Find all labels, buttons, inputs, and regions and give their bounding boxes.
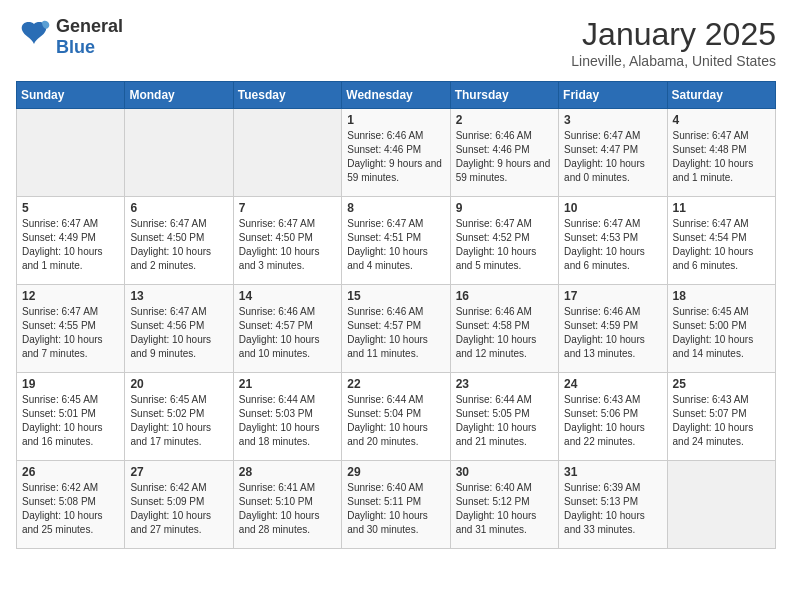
calendar-cell: 4Sunrise: 6:47 AM Sunset: 4:48 PM Daylig… (667, 109, 775, 197)
calendar-cell: 17Sunrise: 6:46 AM Sunset: 4:59 PM Dayli… (559, 285, 667, 373)
logo-text: General Blue (56, 16, 123, 58)
calendar-cell: 20Sunrise: 6:45 AM Sunset: 5:02 PM Dayli… (125, 373, 233, 461)
calendar-cell: 16Sunrise: 6:46 AM Sunset: 4:58 PM Dayli… (450, 285, 558, 373)
day-number: 1 (347, 113, 444, 127)
calendar-week-1: 1Sunrise: 6:46 AM Sunset: 4:46 PM Daylig… (17, 109, 776, 197)
title-block: January 2025 Lineville, Alabama, United … (571, 16, 776, 69)
calendar-cell (233, 109, 341, 197)
calendar-cell (17, 109, 125, 197)
day-info: Sunrise: 6:47 AM Sunset: 4:52 PM Dayligh… (456, 217, 553, 273)
day-info: Sunrise: 6:46 AM Sunset: 4:46 PM Dayligh… (347, 129, 444, 185)
day-number: 27 (130, 465, 227, 479)
logo: General Blue (16, 16, 123, 58)
day-info: Sunrise: 6:47 AM Sunset: 4:54 PM Dayligh… (673, 217, 770, 273)
day-info: Sunrise: 6:47 AM Sunset: 4:55 PM Dayligh… (22, 305, 119, 361)
day-info: Sunrise: 6:44 AM Sunset: 5:03 PM Dayligh… (239, 393, 336, 449)
day-info: Sunrise: 6:41 AM Sunset: 5:10 PM Dayligh… (239, 481, 336, 537)
day-info: Sunrise: 6:45 AM Sunset: 5:02 PM Dayligh… (130, 393, 227, 449)
logo-blue: Blue (56, 37, 95, 57)
day-info: Sunrise: 6:45 AM Sunset: 5:01 PM Dayligh… (22, 393, 119, 449)
calendar-cell: 12Sunrise: 6:47 AM Sunset: 4:55 PM Dayli… (17, 285, 125, 373)
day-number: 26 (22, 465, 119, 479)
calendar-cell: 8Sunrise: 6:47 AM Sunset: 4:51 PM Daylig… (342, 197, 450, 285)
day-number: 6 (130, 201, 227, 215)
day-info: Sunrise: 6:44 AM Sunset: 5:04 PM Dayligh… (347, 393, 444, 449)
header-cell-sunday: Sunday (17, 82, 125, 109)
day-info: Sunrise: 6:46 AM Sunset: 4:59 PM Dayligh… (564, 305, 661, 361)
day-number: 22 (347, 377, 444, 391)
header-cell-monday: Monday (125, 82, 233, 109)
day-number: 11 (673, 201, 770, 215)
day-number: 19 (22, 377, 119, 391)
calendar-cell: 31Sunrise: 6:39 AM Sunset: 5:13 PM Dayli… (559, 461, 667, 549)
day-number: 10 (564, 201, 661, 215)
calendar-cell: 5Sunrise: 6:47 AM Sunset: 4:49 PM Daylig… (17, 197, 125, 285)
calendar-cell: 11Sunrise: 6:47 AM Sunset: 4:54 PM Dayli… (667, 197, 775, 285)
day-info: Sunrise: 6:47 AM Sunset: 4:51 PM Dayligh… (347, 217, 444, 273)
day-number: 12 (22, 289, 119, 303)
calendar-cell: 22Sunrise: 6:44 AM Sunset: 5:04 PM Dayli… (342, 373, 450, 461)
header-row: SundayMondayTuesdayWednesdayThursdayFrid… (17, 82, 776, 109)
calendar-cell: 2Sunrise: 6:46 AM Sunset: 4:46 PM Daylig… (450, 109, 558, 197)
day-info: Sunrise: 6:42 AM Sunset: 5:09 PM Dayligh… (130, 481, 227, 537)
calendar-cell: 13Sunrise: 6:47 AM Sunset: 4:56 PM Dayli… (125, 285, 233, 373)
day-info: Sunrise: 6:39 AM Sunset: 5:13 PM Dayligh… (564, 481, 661, 537)
day-number: 15 (347, 289, 444, 303)
day-info: Sunrise: 6:44 AM Sunset: 5:05 PM Dayligh… (456, 393, 553, 449)
day-info: Sunrise: 6:47 AM Sunset: 4:48 PM Dayligh… (673, 129, 770, 185)
day-number: 16 (456, 289, 553, 303)
calendar-cell (125, 109, 233, 197)
calendar-cell: 26Sunrise: 6:42 AM Sunset: 5:08 PM Dayli… (17, 461, 125, 549)
calendar-cell: 14Sunrise: 6:46 AM Sunset: 4:57 PM Dayli… (233, 285, 341, 373)
day-number: 25 (673, 377, 770, 391)
calendar-cell: 1Sunrise: 6:46 AM Sunset: 4:46 PM Daylig… (342, 109, 450, 197)
header-cell-saturday: Saturday (667, 82, 775, 109)
day-info: Sunrise: 6:40 AM Sunset: 5:11 PM Dayligh… (347, 481, 444, 537)
calendar-cell: 9Sunrise: 6:47 AM Sunset: 4:52 PM Daylig… (450, 197, 558, 285)
day-info: Sunrise: 6:43 AM Sunset: 5:06 PM Dayligh… (564, 393, 661, 449)
day-info: Sunrise: 6:47 AM Sunset: 4:50 PM Dayligh… (130, 217, 227, 273)
calendar-cell: 30Sunrise: 6:40 AM Sunset: 5:12 PM Dayli… (450, 461, 558, 549)
day-info: Sunrise: 6:43 AM Sunset: 5:07 PM Dayligh… (673, 393, 770, 449)
day-info: Sunrise: 6:47 AM Sunset: 4:56 PM Dayligh… (130, 305, 227, 361)
calendar-cell: 18Sunrise: 6:45 AM Sunset: 5:00 PM Dayli… (667, 285, 775, 373)
day-info: Sunrise: 6:47 AM Sunset: 4:47 PM Dayligh… (564, 129, 661, 185)
header-cell-tuesday: Tuesday (233, 82, 341, 109)
calendar-cell: 19Sunrise: 6:45 AM Sunset: 5:01 PM Dayli… (17, 373, 125, 461)
calendar-body: 1Sunrise: 6:46 AM Sunset: 4:46 PM Daylig… (17, 109, 776, 549)
day-number: 7 (239, 201, 336, 215)
calendar-cell: 25Sunrise: 6:43 AM Sunset: 5:07 PM Dayli… (667, 373, 775, 461)
calendar-cell: 27Sunrise: 6:42 AM Sunset: 5:09 PM Dayli… (125, 461, 233, 549)
day-info: Sunrise: 6:47 AM Sunset: 4:49 PM Dayligh… (22, 217, 119, 273)
day-number: 8 (347, 201, 444, 215)
day-number: 4 (673, 113, 770, 127)
calendar-cell: 15Sunrise: 6:46 AM Sunset: 4:57 PM Dayli… (342, 285, 450, 373)
day-info: Sunrise: 6:40 AM Sunset: 5:12 PM Dayligh… (456, 481, 553, 537)
page-header: General Blue January 2025 Lineville, Ala… (16, 16, 776, 69)
logo-general: General (56, 16, 123, 36)
calendar-week-2: 5Sunrise: 6:47 AM Sunset: 4:49 PM Daylig… (17, 197, 776, 285)
calendar-cell: 28Sunrise: 6:41 AM Sunset: 5:10 PM Dayli… (233, 461, 341, 549)
day-number: 14 (239, 289, 336, 303)
calendar-cell: 6Sunrise: 6:47 AM Sunset: 4:50 PM Daylig… (125, 197, 233, 285)
day-info: Sunrise: 6:46 AM Sunset: 4:58 PM Dayligh… (456, 305, 553, 361)
day-number: 2 (456, 113, 553, 127)
month-title: January 2025 (571, 16, 776, 53)
day-number: 13 (130, 289, 227, 303)
day-info: Sunrise: 6:47 AM Sunset: 4:50 PM Dayligh… (239, 217, 336, 273)
day-info: Sunrise: 6:45 AM Sunset: 5:00 PM Dayligh… (673, 305, 770, 361)
day-info: Sunrise: 6:46 AM Sunset: 4:57 PM Dayligh… (239, 305, 336, 361)
day-number: 17 (564, 289, 661, 303)
day-number: 28 (239, 465, 336, 479)
day-number: 31 (564, 465, 661, 479)
calendar-cell (667, 461, 775, 549)
calendar-header: SundayMondayTuesdayWednesdayThursdayFrid… (17, 82, 776, 109)
calendar-week-4: 19Sunrise: 6:45 AM Sunset: 5:01 PM Dayli… (17, 373, 776, 461)
calendar-table: SundayMondayTuesdayWednesdayThursdayFrid… (16, 81, 776, 549)
day-number: 5 (22, 201, 119, 215)
day-number: 30 (456, 465, 553, 479)
day-number: 29 (347, 465, 444, 479)
calendar-cell: 23Sunrise: 6:44 AM Sunset: 5:05 PM Dayli… (450, 373, 558, 461)
calendar-cell: 29Sunrise: 6:40 AM Sunset: 5:11 PM Dayli… (342, 461, 450, 549)
day-info: Sunrise: 6:42 AM Sunset: 5:08 PM Dayligh… (22, 481, 119, 537)
